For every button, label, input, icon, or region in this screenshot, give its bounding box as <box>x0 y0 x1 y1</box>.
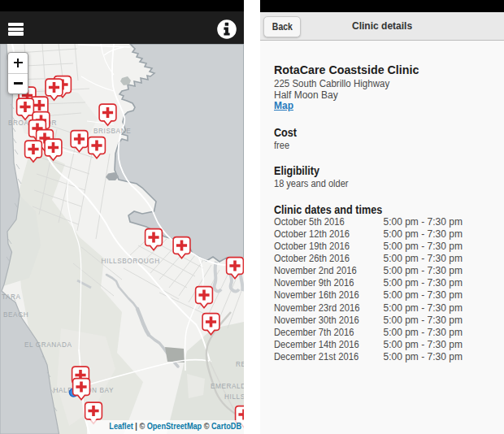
svg-text:HILLSBOROUGH: HILLSBOROUGH <box>102 258 160 265</box>
svg-text:TARA: TARA <box>2 293 21 301</box>
svg-text:HILLS: HILLS <box>224 393 244 401</box>
svg-text:EL GRANADA: EL GRANADA <box>24 341 72 349</box>
svg-text:BEACH: BEACH <box>3 311 28 319</box>
svg-text:RE: RE <box>236 361 244 368</box>
svg-text:BRISBANE: BRISBANE <box>93 128 131 135</box>
svg-text:EMERALD: EMERALD <box>211 383 244 390</box>
